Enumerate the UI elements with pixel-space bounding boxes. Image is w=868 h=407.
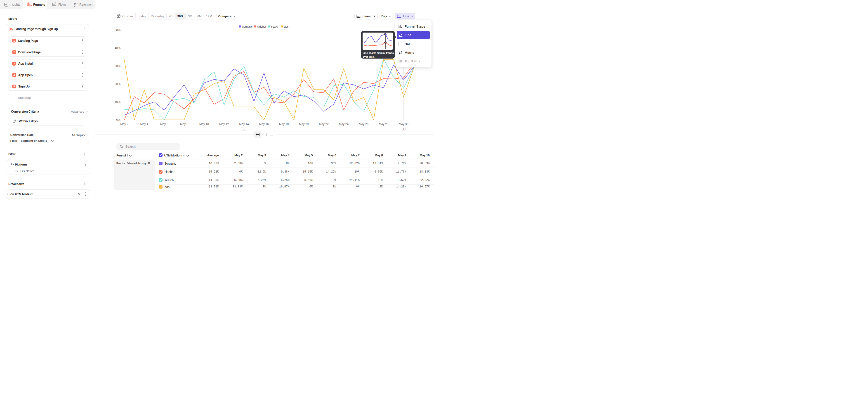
svg-text:May 26: May 26 [359, 122, 369, 126]
svg-text:May 18: May 18 [279, 122, 289, 126]
svg-text:1: 1 [403, 128, 404, 130]
svg-text:May 30: May 30 [399, 122, 408, 126]
svg-text:May 24: May 24 [339, 122, 348, 126]
svg-text:0%: 0% [116, 118, 121, 121]
svg-text:search: search [271, 25, 279, 28]
svg-text:20%: 20% [115, 82, 121, 86]
svg-text:30%: 30% [115, 64, 121, 68]
svg-text:May 16: May 16 [259, 122, 269, 126]
svg-text:sidebar: sidebar [257, 25, 266, 28]
svg-text:May 28: May 28 [379, 122, 389, 126]
svg-text:May 4: May 4 [141, 122, 148, 126]
svg-text:May 12: May 12 [219, 122, 229, 126]
svg-text:May 2: May 2 [120, 122, 128, 126]
svg-text:May 22: May 22 [319, 122, 329, 126]
svg-text:May 14: May 14 [239, 122, 249, 126]
svg-text:$organic: $organic [242, 25, 253, 28]
svg-text:40%: 40% [115, 46, 121, 50]
svg-text:ads: ads [284, 25, 288, 28]
svg-text:May 10: May 10 [199, 122, 209, 126]
svg-text:May 20: May 20 [299, 122, 309, 126]
svg-text:May 6: May 6 [160, 122, 168, 126]
svg-text:50%: 50% [115, 29, 121, 32]
svg-text:10%: 10% [115, 100, 121, 103]
svg-text:May 8: May 8 [180, 122, 188, 126]
svg-text:1: 1 [243, 128, 245, 130]
